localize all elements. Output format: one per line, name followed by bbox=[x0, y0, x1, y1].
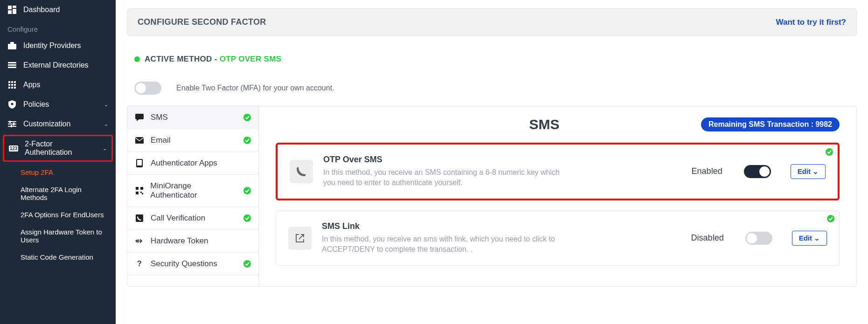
sidebar-item-label: Dashboard bbox=[23, 6, 108, 14]
sidebar-item-policies[interactable]: Policies ⌄ bbox=[0, 95, 116, 114]
sidebar-item-2fa[interactable]: 123 2-Factor Authentication ⌄ bbox=[3, 135, 113, 162]
svg-point-25 bbox=[243, 114, 251, 121]
svg-point-18 bbox=[11, 103, 14, 105]
phone-icon bbox=[135, 159, 144, 167]
svg-rect-0 bbox=[8, 6, 12, 9]
check-icon bbox=[243, 137, 251, 144]
chat-icon bbox=[135, 114, 144, 121]
tab-label: Email bbox=[151, 136, 171, 145]
panel-header: CONFIGURE SECOND FACTOR Want to try it f… bbox=[127, 8, 857, 36]
twofa-line2: Authentication bbox=[25, 148, 72, 156]
edit-button[interactable]: Edit ⌄ bbox=[791, 164, 826, 179]
sidebar-sub-setup-2fa[interactable]: Setup 2FA bbox=[0, 164, 116, 181]
sidebar-sub-static-code[interactable]: Static Code Generation bbox=[0, 248, 116, 266]
svg-rect-32 bbox=[136, 192, 139, 194]
check-icon bbox=[827, 215, 834, 222]
tab-hardware-token[interactable]: Hardware Token bbox=[127, 230, 258, 253]
qr-icon bbox=[135, 187, 144, 194]
list-icon bbox=[7, 62, 17, 69]
sliders-icon bbox=[7, 121, 17, 127]
briefcase-icon bbox=[7, 42, 17, 49]
try-it-link[interactable]: Want to try it first? bbox=[776, 18, 846, 27]
card-toggle[interactable] bbox=[745, 232, 772, 245]
svg-rect-8 bbox=[8, 67, 16, 68]
sidebar-item-label: Policies bbox=[23, 100, 97, 109]
svg-rect-23 bbox=[13, 123, 14, 125]
shield-icon bbox=[7, 100, 17, 109]
sidebar-item-dashboard[interactable]: Dashboard bbox=[0, 0, 116, 20]
tab-label: Call Verification bbox=[151, 214, 205, 223]
chevron-down-icon: ⌄ bbox=[103, 145, 107, 152]
chevron-down-icon: ⌄ bbox=[104, 121, 108, 127]
svg-rect-4 bbox=[8, 44, 16, 49]
check-icon bbox=[243, 114, 251, 121]
tab-label: Authenticator Apps bbox=[151, 159, 217, 168]
card-description: In this method, you receive an SMS conta… bbox=[323, 167, 566, 188]
right-panel: SMS Remaining SMS Transaction : 9982 OTP… bbox=[259, 106, 856, 286]
sidebar-sub-assign-token[interactable]: Assign Hardware Token to Users bbox=[0, 223, 116, 248]
check-icon bbox=[243, 260, 251, 268]
usb-icon bbox=[135, 238, 144, 244]
card-otp-over-sms: OTP Over SMS In this method, you receive… bbox=[276, 143, 840, 200]
svg-point-40 bbox=[827, 215, 834, 222]
svg-rect-31 bbox=[140, 187, 143, 190]
chevron-down-icon: ⌄ bbox=[104, 102, 108, 108]
svg-rect-26 bbox=[135, 137, 144, 144]
two-column-panel: SMS Email bbox=[127, 106, 857, 287]
otp-icon: 123 bbox=[9, 145, 18, 152]
sidebar-item-label: Customization bbox=[23, 120, 97, 128]
mfa-toggle-label: Enable Two Factor (MFA) for your own acc… bbox=[176, 84, 334, 92]
svg-point-27 bbox=[243, 137, 251, 144]
card-title: OTP Over SMS bbox=[323, 155, 670, 165]
edit-button-label: Edit bbox=[799, 234, 812, 242]
phone-icon bbox=[290, 160, 313, 183]
sidebar-item-identity-providers[interactable]: Identity Providers bbox=[0, 36, 116, 55]
svg-rect-5 bbox=[10, 42, 14, 44]
card-title: SMS Link bbox=[322, 221, 670, 231]
svg-rect-24 bbox=[11, 125, 12, 127]
svg-point-35 bbox=[243, 187, 251, 194]
svg-rect-29 bbox=[137, 160, 142, 165]
sidebar-item-label: External Directories bbox=[23, 61, 108, 69]
svg-point-39 bbox=[826, 148, 833, 156]
sidebar-item-label: Apps bbox=[23, 81, 108, 89]
svg-rect-3 bbox=[8, 10, 12, 14]
sidebar-sub-endusers[interactable]: 2FA Options For EndUsers bbox=[0, 206, 116, 223]
tab-email[interactable]: Email bbox=[127, 129, 258, 152]
svg-rect-20 bbox=[8, 124, 16, 124]
svg-rect-9 bbox=[8, 81, 10, 83]
tab-authenticator-apps[interactable]: Authenticator Apps bbox=[127, 152, 258, 175]
sidebar: Dashboard Configure Identity Providers E… bbox=[0, 0, 116, 324]
tab-miniorange-authenticator[interactable]: MiniOrange Authenticator bbox=[127, 175, 258, 207]
sidebar-item-external-directories[interactable]: External Directories bbox=[0, 55, 116, 75]
svg-rect-22 bbox=[9, 121, 11, 123]
sidebar-sub-alt-login[interactable]: Alternate 2FA Login Methods bbox=[0, 181, 116, 206]
edit-button[interactable]: Edit ⌄ bbox=[792, 231, 827, 246]
tab-security-questions[interactable]: ? Security Questions bbox=[127, 253, 258, 276]
svg-rect-17 bbox=[14, 87, 16, 89]
card-description: In this method, you receive an sms with … bbox=[322, 234, 564, 255]
twofa-line1: 2-Factor bbox=[25, 140, 53, 148]
edit-button-label: Edit bbox=[798, 167, 811, 175]
sidebar-item-customization[interactable]: Customization ⌄ bbox=[0, 114, 116, 134]
svg-rect-1 bbox=[13, 6, 16, 8]
tab-label: SMS bbox=[151, 113, 168, 122]
tab-sms[interactable]: SMS bbox=[127, 106, 258, 129]
tab-call-verification[interactable]: Call Verification bbox=[127, 207, 258, 230]
chevron-down-icon: ⌄ bbox=[814, 234, 820, 242]
card-state: Disabled bbox=[691, 233, 724, 243]
tab-label: MiniOrange Authenticator bbox=[150, 181, 237, 200]
sidebar-item-apps[interactable]: Apps bbox=[0, 75, 116, 95]
panel-title: SMS bbox=[388, 117, 701, 132]
active-method-value: OTP OVER SMS bbox=[220, 55, 282, 63]
svg-rect-34 bbox=[142, 193, 143, 194]
svg-rect-19 bbox=[8, 121, 16, 122]
tab-label: Security Questions bbox=[151, 259, 217, 269]
svg-rect-16 bbox=[11, 87, 13, 89]
svg-rect-11 bbox=[14, 81, 16, 83]
panel-heading-row: SMS Remaining SMS Transaction : 9982 bbox=[276, 117, 840, 132]
chevron-down-icon: ⌄ bbox=[812, 167, 819, 176]
check-icon bbox=[243, 214, 251, 222]
mfa-toggle[interactable] bbox=[134, 82, 161, 95]
card-toggle[interactable] bbox=[744, 165, 771, 178]
